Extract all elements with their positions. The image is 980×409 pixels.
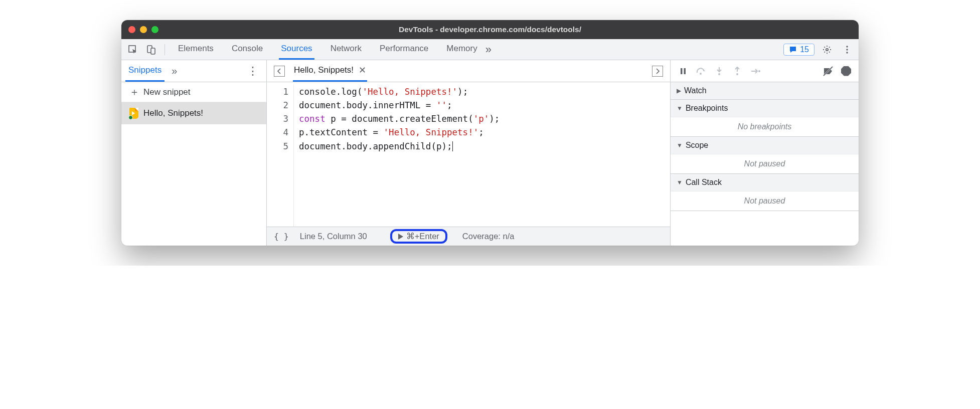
chevron-down-icon: ▼ <box>677 142 683 149</box>
deactivate-breakpoints-icon[interactable] <box>823 66 834 77</box>
section-call-stack: ▼Call StackNot paused <box>671 174 859 211</box>
editor-status-bar: { } Line 5, Column 30 ⌘+Enter Coverage: … <box>267 227 670 246</box>
kebab-menu-icon[interactable] <box>840 42 855 57</box>
pause-icon[interactable] <box>678 67 689 75</box>
issues-count: 15 <box>800 45 809 54</box>
tab-memory[interactable]: Memory <box>444 39 479 60</box>
tab-performance[interactable]: Performance <box>378 39 430 60</box>
panel-tabs: ElementsConsoleSourcesNetworkPerformance… <box>176 39 479 60</box>
editor-tab[interactable]: Hello, Snippets! ✕ <box>293 60 367 82</box>
issues-badge[interactable]: 15 <box>783 44 814 56</box>
coverage-status: Coverage: n/a <box>462 232 515 241</box>
more-tabs-icon[interactable]: » <box>482 43 495 56</box>
section-body: No breakpoints <box>671 117 859 136</box>
run-shortcut-label: ⌘+Enter <box>406 232 439 241</box>
window-maximize-icon[interactable] <box>151 26 158 33</box>
editor-tabbar: Hello, Snippets! ✕ <box>267 60 670 82</box>
format-code-button[interactable]: { } <box>274 232 289 241</box>
svg-point-4 <box>846 46 848 47</box>
navigator-menu-icon[interactable]: ⋮ <box>243 65 262 78</box>
cursor-position: Line 5, Column 30 <box>300 232 367 241</box>
snippet-list-item[interactable]: Hello, Snippets! <box>121 102 266 124</box>
more-navigator-tabs-icon[interactable]: » <box>172 65 177 77</box>
svg-point-11 <box>736 73 738 75</box>
debugger-toolbar <box>671 60 859 82</box>
editor-pane: Hello, Snippets! ✕ 12345 console.log('He… <box>267 60 671 246</box>
debugger-sections: ▶Watch▼BreakpointsNo breakpoints▼ScopeNo… <box>671 82 859 211</box>
svg-point-10 <box>718 73 720 75</box>
line-gutter: 12345 <box>267 85 294 227</box>
play-icon <box>398 234 403 240</box>
svg-point-3 <box>826 48 828 50</box>
section-label: Watch <box>684 86 707 95</box>
section-breakpoints: ▼BreakpointsNo breakpoints <box>671 100 859 137</box>
message-icon <box>789 46 797 54</box>
code-lines[interactable]: console.log('Hello, Snippets!');document… <box>294 85 500 227</box>
tab-network[interactable]: Network <box>329 39 364 60</box>
step-icon[interactable] <box>750 67 761 75</box>
step-into-icon[interactable] <box>714 67 725 76</box>
svg-point-6 <box>846 52 848 53</box>
section-body: Not paused <box>671 191 859 211</box>
new-snippet-label: New snippet <box>143 87 191 97</box>
navigate-back-icon[interactable] <box>274 66 285 77</box>
section-label: Call Stack <box>686 178 722 187</box>
svg-rect-2 <box>151 48 155 54</box>
chevron-down-icon: ▼ <box>677 179 683 186</box>
svg-point-12 <box>758 70 760 72</box>
snippet-file-icon <box>129 108 138 119</box>
tab-console[interactable]: Console <box>230 39 265 60</box>
section-body: Not paused <box>671 154 859 173</box>
navigate-forward-icon[interactable] <box>652 66 663 77</box>
window-title: DevTools - developer.chrome.com/docs/dev… <box>121 25 859 34</box>
section-header[interactable]: ▼Call Stack <box>671 174 859 191</box>
svg-point-9 <box>700 73 702 75</box>
separator <box>165 44 165 55</box>
svg-point-5 <box>846 49 848 50</box>
section-watch: ▶Watch <box>671 82 859 100</box>
settings-icon[interactable] <box>820 42 835 57</box>
navigator-pane: Snippets » ⋮ ＋ New snippet Hello, Snippe… <box>121 60 267 246</box>
code-editor[interactable]: 12345 console.log('Hello, Snippets!');do… <box>267 82 670 227</box>
navigator-tabs: Snippets » ⋮ <box>121 60 266 82</box>
traffic-lights <box>128 26 158 33</box>
debugger-pane: ▶Watch▼BreakpointsNo breakpoints▼ScopeNo… <box>671 60 859 246</box>
main-toolbar: ElementsConsoleSourcesNetworkPerformance… <box>121 39 859 60</box>
pause-on-exceptions-icon[interactable] <box>841 66 852 76</box>
snippet-name: Hello, Snippets! <box>143 108 203 118</box>
editor-tab-label: Hello, Snippets! <box>294 65 354 75</box>
tab-snippets[interactable]: Snippets <box>125 60 165 82</box>
section-label: Breakpoints <box>686 104 728 113</box>
chevron-down-icon: ▼ <box>677 105 683 112</box>
plus-icon: ＋ <box>129 85 139 99</box>
section-header[interactable]: ▶Watch <box>671 82 859 99</box>
tab-elements[interactable]: Elements <box>176 39 216 60</box>
device-toggle-icon[interactable] <box>143 42 158 57</box>
close-tab-icon[interactable]: ✕ <box>359 65 366 76</box>
tab-sources[interactable]: Sources <box>279 39 314 60</box>
window-minimize-icon[interactable] <box>140 26 147 33</box>
section-header[interactable]: ▼Scope <box>671 137 859 154</box>
run-snippet-button[interactable]: ⌘+Enter <box>390 229 447 244</box>
titlebar[interactable]: DevTools - developer.chrome.com/docs/dev… <box>121 20 859 39</box>
devtools-window: DevTools - developer.chrome.com/docs/dev… <box>121 20 859 246</box>
section-scope: ▼ScopeNot paused <box>671 137 859 174</box>
step-over-icon[interactable] <box>696 67 707 75</box>
svg-rect-8 <box>684 68 686 74</box>
step-out-icon[interactable] <box>732 67 743 76</box>
window-close-icon[interactable] <box>128 26 135 33</box>
inspect-element-icon[interactable] <box>125 42 140 57</box>
section-header[interactable]: ▼Breakpoints <box>671 100 859 117</box>
new-snippet-button[interactable]: ＋ New snippet <box>121 82 266 102</box>
section-label: Scope <box>686 141 708 150</box>
svg-rect-7 <box>681 68 683 74</box>
chevron-right-icon: ▶ <box>677 87 681 94</box>
main-content: Snippets » ⋮ ＋ New snippet Hello, Snippe… <box>121 60 859 246</box>
